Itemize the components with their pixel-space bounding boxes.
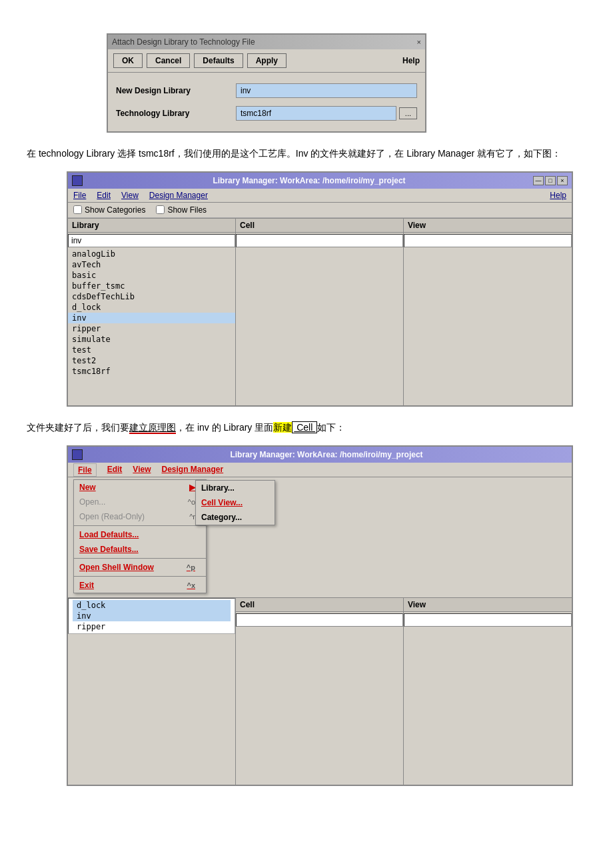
list-item-ripper[interactable]: ripper: [73, 621, 231, 632]
lm1-cell-col: Cell: [236, 219, 404, 405]
lm1-close-btn[interactable]: ×: [557, 176, 568, 185]
para2-highlight1: 建立原理图: [129, 422, 176, 434]
lm1-view-col-header: View: [404, 219, 572, 233]
lm1-cell-input[interactable]: [236, 234, 403, 247]
lm1-design-manager-menu[interactable]: Design Manager: [149, 191, 208, 200]
list-item-d-lock[interactable]: d_lock: [73, 600, 231, 611]
list-item[interactable]: buffer_tsmc: [68, 281, 235, 291]
dm-open-shell[interactable]: Open Shell Window ^p: [74, 560, 206, 575]
lm2-cell-col: Cell: [236, 598, 404, 785]
lm2-file-menu[interactable]: File: [73, 463, 97, 477]
lm1-restore-btn[interactable]: □: [545, 176, 556, 185]
lm2-file-dropdown-menu: New ▶ Library... Cell View... Category..…: [73, 479, 207, 593]
para1: 在 technology Library 选择 tsmc18rf，我们使用的是这…: [27, 146, 586, 162]
lm2-titlebar: Library Manager: WorkArea: /home/iroi/my…: [68, 447, 572, 463]
dialog-toolbar: OK Cancel Defaults Apply Help: [108, 49, 425, 73]
dm-new[interactable]: New ▶ Library... Cell View... Category..…: [74, 480, 206, 495]
lm2-library-col: d_lock inv ripper: [68, 598, 236, 785]
list-item[interactable]: d_lock: [68, 302, 235, 313]
para2-mid: ，在 inv 的 Library 里面: [176, 422, 273, 433]
defaults-button[interactable]: Defaults: [194, 53, 243, 68]
lm2-cell-col-header: Cell: [236, 598, 403, 612]
lm1-show-files-label[interactable]: Show Files: [156, 205, 207, 215]
lm1-library-list: analogLib avTech basic buffer_tsmc cdsDe…: [68, 249, 235, 377]
list-item-inv2[interactable]: inv: [73, 611, 231, 621]
dialog-titlebar: Attach Design Library to Technology File…: [108, 35, 425, 49]
dm-save-defaults[interactable]: Save Defaults...: [74, 542, 206, 557]
dm-exit[interactable]: Exit ^x: [74, 578, 206, 593]
lm1-title: Library Manager: WorkArea: /home/iroi/my…: [85, 176, 533, 185]
para2-cell: Cell: [292, 421, 317, 433]
lm1-menubar: File Edit View Design Manager Help: [68, 189, 572, 203]
lm1-view-col: View: [404, 219, 572, 405]
dialog-title: Attach Design Library to Technology File: [112, 37, 255, 47]
lm2-edit-menu[interactable]: Edit: [107, 465, 123, 474]
page-wrapper: Attach Design Library to Technology File…: [13, 13, 600, 813]
list-item[interactable]: analogLib: [68, 249, 235, 259]
dm-new-category[interactable]: Category...: [196, 510, 275, 525]
dialog-close-icon[interactable]: ×: [417, 38, 421, 46]
technology-library-field: tsmc18rf ...: [236, 106, 417, 121]
lm2-cell-input[interactable]: [236, 613, 403, 627]
para2-highlight2: 新建: [273, 422, 292, 433]
lm1-minimize-btn[interactable]: —: [533, 176, 544, 185]
technology-library-label: Technology Library: [116, 109, 236, 118]
dm-open-readonly[interactable]: Open (Read-Only) ^r: [74, 509, 206, 524]
apply-button[interactable]: Apply: [247, 53, 287, 68]
para2: 文件夹建好了后，我们要建立原理图，在 inv 的 Library 里面新建 Ce…: [27, 420, 586, 436]
lm1-library-col-header: Library: [68, 219, 235, 233]
list-item[interactable]: cdsDefTechLib: [68, 291, 235, 302]
lm2-view-menu[interactable]: View: [133, 465, 151, 474]
lm1-library-input[interactable]: [68, 234, 235, 247]
dm-open[interactable]: Open... ^o: [74, 495, 206, 509]
dm-new-library[interactable]: Library...: [196, 481, 275, 495]
ok-button[interactable]: OK: [113, 53, 143, 68]
technology-library-browse-button[interactable]: ...: [399, 107, 417, 119]
new-design-library-value[interactable]: inv: [236, 83, 417, 98]
lm2-menubar: File New ▶ Library... Cell View... Categ…: [68, 463, 572, 477]
help-button[interactable]: Help: [402, 56, 420, 65]
lm1-show-files-checkbox[interactable]: [156, 205, 165, 214]
lm1-edit-menu[interactable]: Edit: [97, 191, 111, 200]
lm1-library-col: Library analogLib avTech basic buffer_ts…: [68, 219, 236, 405]
technology-library-value[interactable]: tsmc18rf: [236, 106, 396, 121]
lm2-new-submenu: Library... Cell View... Category...: [195, 480, 275, 525]
cancel-button[interactable]: Cancel: [147, 53, 190, 68]
lm2-view-col-header: View: [404, 598, 572, 612]
list-item[interactable]: simulate: [68, 334, 235, 345]
para1-text: 在 technology Library 选择 tsmc18rf，我们使用的是这…: [27, 148, 561, 159]
dialog-body: New Design Library inv Technology Librar…: [108, 73, 425, 131]
list-item[interactable]: basic: [68, 270, 235, 281]
lm1-view-input[interactable]: [404, 234, 572, 247]
attach-dialog: Attach Design Library to Technology File…: [107, 33, 426, 133]
para2-end: 如下：: [317, 422, 345, 433]
lm2-view-input[interactable]: [404, 613, 572, 627]
lm1-icon: [72, 175, 83, 186]
dm-separator3: [74, 576, 206, 577]
dm-new-cellview[interactable]: Cell View...: [196, 495, 275, 510]
dm-load-defaults[interactable]: Load Defaults...: [74, 527, 206, 542]
list-item[interactable]: ripper: [68, 323, 235, 334]
lm1-show-categories-checkbox[interactable]: [73, 205, 82, 214]
list-item[interactable]: test: [68, 345, 235, 355]
lm2-title: Library Manager: WorkArea: /home/iroi/my…: [85, 450, 568, 459]
library-manager-1: Library Manager: WorkArea: /home/iroi/my…: [67, 171, 573, 407]
list-item[interactable]: test2: [68, 355, 235, 366]
lm1-help-menu[interactable]: Help: [550, 191, 566, 200]
lm2-library-area: d_lock inv ripper: [68, 598, 235, 634]
lm1-titlebar: Library Manager: WorkArea: /home/iroi/my…: [68, 173, 572, 189]
lm1-columns: Library analogLib avTech basic buffer_ts…: [68, 218, 572, 405]
list-item[interactable]: tsmc18rf: [68, 366, 235, 377]
lm1-titlebar-btns: — □ ×: [533, 176, 568, 185]
lm1-cell-col-header: Cell: [236, 219, 403, 233]
lm1-file-menu[interactable]: File: [73, 191, 86, 200]
lm1-view-menu[interactable]: View: [121, 191, 139, 200]
lm2-library-list-partial: d_lock inv ripper: [73, 600, 231, 632]
list-item[interactable]: avTech: [68, 259, 235, 270]
list-item-inv[interactable]: inv: [68, 313, 235, 323]
lm2-design-manager-menu[interactable]: Design Manager: [161, 465, 223, 474]
dm-separator2: [74, 558, 206, 559]
lm1-show-categories-label[interactable]: Show Categories: [73, 205, 145, 215]
lm2-columns: d_lock inv ripper Cell View: [68, 597, 572, 785]
lm2-file-dropdown[interactable]: File New ▶ Library... Cell View... Categ…: [73, 465, 97, 475]
